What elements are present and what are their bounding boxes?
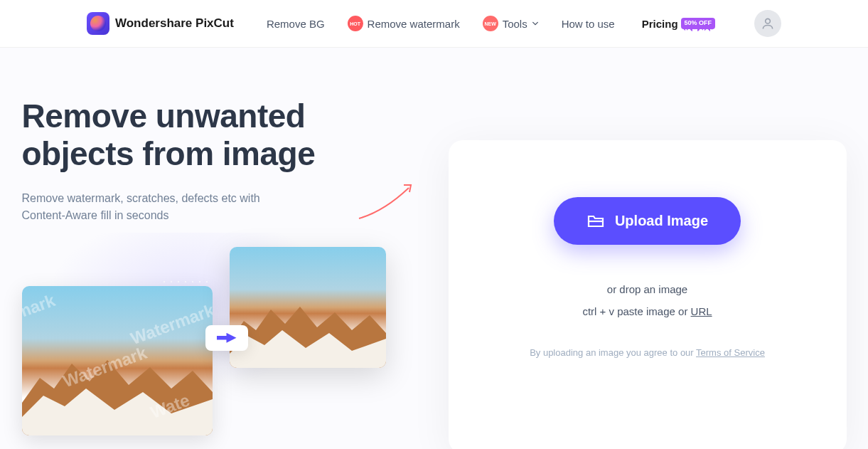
terms-notice: By uploading an image you agree to our T… xyxy=(477,347,818,358)
url-link[interactable]: URL xyxy=(691,305,712,317)
nav-label: Remove BG xyxy=(267,18,325,30)
main-nav: Remove BG HOT Remove watermark NEW Tools… xyxy=(267,16,615,31)
nav-pricing[interactable]: Pricing 50% OFF xyxy=(642,18,715,30)
upload-card: Upload Image or drop an image ctrl + v p… xyxy=(449,140,847,449)
sale-badge: 50% OFF xyxy=(681,18,716,29)
page-subtitle: Remove watermark, scratches, defects etc… xyxy=(22,190,306,224)
paste-hint: ctrl + v paste image or URL xyxy=(477,305,818,317)
before-image: mark Watermark Watermark Wate xyxy=(22,286,213,435)
user-avatar[interactable] xyxy=(754,10,781,37)
watermark-text: mark xyxy=(22,290,58,323)
brand-logo[interactable]: Wondershare PixCut xyxy=(87,12,234,35)
folder-icon xyxy=(586,213,605,229)
chevron-down-icon xyxy=(532,20,539,27)
after-image xyxy=(230,247,386,368)
nav-remove-bg[interactable]: Remove BG xyxy=(267,18,325,30)
image-compare: mark Watermark Watermark Wate xyxy=(22,247,406,449)
new-badge-icon: NEW xyxy=(483,16,498,31)
watermark-text: Watermark xyxy=(127,300,212,349)
user-icon xyxy=(761,16,775,31)
header: Wondershare PixCut Remove BG HOT Remove … xyxy=(0,0,868,48)
pricing-label: Pricing xyxy=(642,18,678,30)
drop-hint: or drop an image xyxy=(477,283,818,295)
page-title: Remove unwanted objects from image xyxy=(22,97,406,173)
arrow-connector-icon xyxy=(205,325,248,351)
logo-icon xyxy=(87,12,109,35)
nav-remove-watermark[interactable]: HOT Remove watermark xyxy=(348,16,460,31)
hot-badge-icon: HOT xyxy=(348,16,363,31)
nav-label: How to use xyxy=(562,18,615,30)
hero-content: Remove unwanted objects from image Remov… xyxy=(22,97,406,449)
nav-how-to-use[interactable]: How to use xyxy=(562,18,615,30)
curve-arrow-icon xyxy=(355,179,419,222)
svg-point-0 xyxy=(766,19,771,23)
brand-name: Wondershare PixCut xyxy=(115,16,234,31)
upload-button[interactable]: Upload Image xyxy=(554,197,741,245)
hero-section: Remove unwanted objects from image Remov… xyxy=(0,48,868,449)
upload-button-label: Upload Image xyxy=(615,213,708,229)
nav-tools[interactable]: NEW Tools xyxy=(483,16,539,31)
nav-label: Tools xyxy=(503,18,527,30)
nav-label: Remove watermark xyxy=(368,18,460,30)
terms-link[interactable]: Terms of Service xyxy=(696,347,765,358)
